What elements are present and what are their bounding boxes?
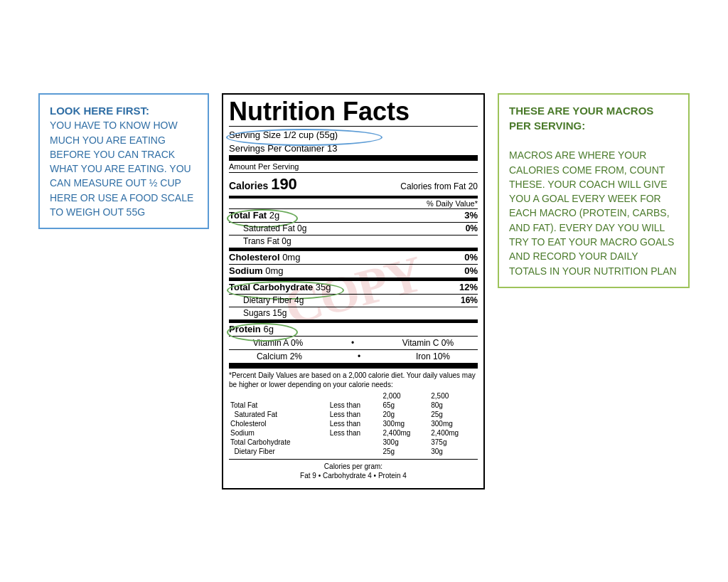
nutrition-label: COPY Nutrition Facts Serving Size 1/2 cu… <box>222 93 485 490</box>
nutrient-sodium: Sodium 0mg 0% <box>229 265 478 278</box>
macros-body-text: MACROS ARE WHERE YOUR CALORIES COME FROM… <box>509 149 677 276</box>
carb-dv: 12% <box>459 282 478 292</box>
footnote-table: 2,0002,500 Total FatLess than65g80g Satu… <box>229 391 478 456</box>
amount-per-row: Amount Per Serving <box>229 161 478 173</box>
fn-sodium: Sodium <box>229 428 328 438</box>
nutrient-total-fat: Total Fat 2g 3% <box>229 209 478 223</box>
amount-per-text: Amount Per Serving <box>229 162 299 171</box>
left-body-text: YOU HAVE TO KNOW HOW MUCH YOU ARE EATING… <box>50 120 193 218</box>
calories-label: Calories <box>229 180 268 191</box>
footnote: *Percent Daily Values are based on a 2,0… <box>229 369 478 482</box>
fn-dietary-fiber: Dietary Fiber <box>229 447 328 456</box>
protein-name: Protein 6g <box>229 324 274 334</box>
sugars-name: Sugars 15g <box>243 308 287 318</box>
daily-value-header: % Daily Value* <box>229 199 478 209</box>
right-panel: THESE ARE YOUR MACROS PER SERVING: MACRO… <box>498 93 690 288</box>
iron: Iron 10% <box>416 351 450 361</box>
nutrient-dietary-fiber: Dietary Fiber 4g 16% <box>229 295 478 307</box>
serving-size-text: Serving Size 1/2 cup (55g) <box>229 129 338 140</box>
nutrient-protein: Protein 6g <box>229 320 478 337</box>
look-here-label: LOOK HERE FIRST: <box>50 105 149 117</box>
minerals-row: Calcium 2% • Iron 10% <box>229 350 478 369</box>
macros-title: THESE ARE YOUR MACROS PER SERVING: <box>509 105 653 132</box>
fat-dv: 3% <box>464 210 478 221</box>
serving-size-row: Serving Size 1/2 cup (55g) <box>229 128 478 142</box>
page-container: LOOK HERE FIRST: YOU HAVE TO KNOW HOW MU… <box>9 86 719 497</box>
fn-sat-fat: Saturated Fat <box>229 410 328 419</box>
cal-gram-values: Fat 9 • Carbohydrate 4 • Protein 4 <box>300 472 407 480</box>
fiber-dv: 16% <box>461 295 478 305</box>
sat-fat-dv: 0% <box>466 223 478 233</box>
calories-from-fat: Calories from Fat 20 <box>400 181 478 191</box>
cholesterol-dv: 0% <box>464 252 478 263</box>
vitamin-sep: • <box>351 338 354 348</box>
fn-total-carb: Total Carbohydrate <box>229 438 328 447</box>
servings-per-row: Servings Per Container 13 <box>229 142 478 161</box>
vitamin-c: Vitamin C 0% <box>402 338 454 348</box>
cholesterol-name: Cholesterol 0mg <box>229 252 300 263</box>
nutrient-saturated-fat: Saturated Fat 0g 0% <box>229 223 478 236</box>
fiber-name: Dietary Fiber 4g <box>243 295 304 305</box>
fn-col-2000: 2,000 <box>381 391 429 401</box>
calcium: Calcium 2% <box>257 351 302 361</box>
fn-cholesterol: Cholesterol <box>229 419 328 428</box>
vitamin-a: Vitamin A 0% <box>253 338 304 348</box>
left-panel: LOOK HERE FIRST: YOU HAVE TO KNOW HOW MU… <box>38 93 209 230</box>
nutrient-trans-fat: Trans Fat 0g <box>229 236 478 248</box>
calories-row: Calories 190 Calories from Fat 20 <box>229 173 478 199</box>
calories-value: 190 <box>271 175 297 193</box>
nutrient-sugars: Sugars 15g <box>229 307 478 320</box>
nutrient-total-carb: Total Carbohydrate 35g 12% <box>229 278 478 295</box>
calories-per-gram: Calories per gram: Fat 9 • Carbohydrate … <box>229 459 478 480</box>
sat-fat-name: Saturated Fat 0g <box>243 223 306 233</box>
nutrition-title: Nutrition Facts <box>229 99 478 127</box>
trans-fat-name: Trans Fat 0g <box>243 236 291 246</box>
sodium-dv: 0% <box>464 265 478 276</box>
fn-col-2500: 2,500 <box>429 391 478 401</box>
carb-name: Total Carbohydrate 35g <box>229 282 331 292</box>
fat-name: Total Fat 2g <box>229 210 279 221</box>
calories-left: Calories 190 <box>229 175 297 194</box>
nutrient-cholesterol: Cholesterol 0mg 0% <box>229 248 478 265</box>
servings-per-text: Servings Per Container 13 <box>229 143 337 154</box>
sodium-name: Sodium 0mg <box>229 265 284 276</box>
vitamins-row: Vitamin A 0% • Vitamin C 0% <box>229 337 478 350</box>
footnote-text: *Percent Daily Values are based on a 2,0… <box>229 371 476 388</box>
cal-gram-label: Calories per gram: <box>324 462 382 470</box>
minerals-sep: • <box>358 351 360 361</box>
fn-total-fat: Total Fat <box>229 401 328 410</box>
